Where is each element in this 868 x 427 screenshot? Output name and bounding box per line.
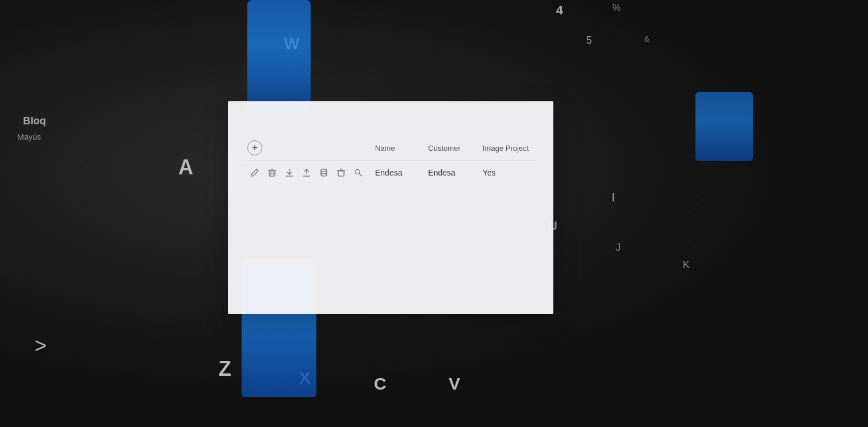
table-header-actions: + xyxy=(245,136,368,161)
row-name-value: Endesa xyxy=(375,168,402,177)
key-4-label: 4 xyxy=(556,3,563,18)
key-z-label: Z xyxy=(219,357,231,381)
clear-icon xyxy=(337,168,346,177)
blue-key-right xyxy=(695,92,753,161)
database-icon xyxy=(319,168,328,177)
svg-rect-0 xyxy=(269,171,275,176)
table-col-customer: Customer xyxy=(421,136,476,161)
table-cell-image: Yes xyxy=(476,161,536,185)
key-arrow-label: > xyxy=(35,334,47,358)
col-image-label: Image Project xyxy=(483,144,529,152)
key-a-label: A xyxy=(178,155,193,180)
table-header-row: + Name Customer Image Project xyxy=(245,136,536,161)
table-row: Endesa Endesa Yes xyxy=(245,161,536,185)
blue-key-w xyxy=(247,0,311,115)
svg-line-14 xyxy=(360,174,362,177)
col-customer-label: Customer xyxy=(428,144,460,152)
key-mayus-label: Mayús xyxy=(17,132,41,142)
search-icon xyxy=(354,168,363,177)
download-button[interactable] xyxy=(282,165,297,180)
svg-rect-10 xyxy=(338,171,344,176)
upload-icon xyxy=(302,168,311,177)
add-button[interactable]: + xyxy=(247,140,262,155)
key-bloq-label: Bloq xyxy=(23,115,46,127)
table-cell-actions xyxy=(245,161,368,185)
key-k-label: K xyxy=(683,259,690,271)
key-amp-label: & xyxy=(644,35,649,44)
row-toolbar xyxy=(247,165,366,180)
delete-button[interactable] xyxy=(265,165,280,180)
key-5-label: 5 xyxy=(586,35,592,47)
table-col-name: Name xyxy=(368,136,421,161)
key-pct-label: % xyxy=(613,3,621,13)
database-button[interactable] xyxy=(316,165,331,180)
svg-point-9 xyxy=(321,169,327,171)
key-v-label: V xyxy=(449,374,460,394)
edit-icon xyxy=(250,168,259,177)
download-icon xyxy=(285,168,294,177)
trash-icon xyxy=(267,168,277,177)
row-customer-value: Endesa xyxy=(428,168,455,177)
key-i-label: I xyxy=(611,190,615,205)
upload-button[interactable] xyxy=(299,165,314,180)
main-panel: + Name Customer Image Project xyxy=(228,101,553,314)
key-j-label: J xyxy=(615,242,621,254)
clear-button[interactable] xyxy=(334,165,349,180)
row-image-value: Yes xyxy=(483,168,496,177)
key-c-label: C xyxy=(374,374,387,394)
data-table: + Name Customer Image Project xyxy=(245,136,536,185)
col-name-label: Name xyxy=(375,144,395,152)
table-cell-name: Endesa xyxy=(368,161,421,185)
panel-content: + Name Customer Image Project xyxy=(228,101,553,314)
plus-icon: + xyxy=(252,142,258,154)
search-button[interactable] xyxy=(351,165,366,180)
svg-point-13 xyxy=(355,170,360,174)
table-cell-customer: Endesa xyxy=(421,161,476,185)
edit-button[interactable] xyxy=(247,165,262,180)
table-col-image: Image Project xyxy=(476,136,536,161)
